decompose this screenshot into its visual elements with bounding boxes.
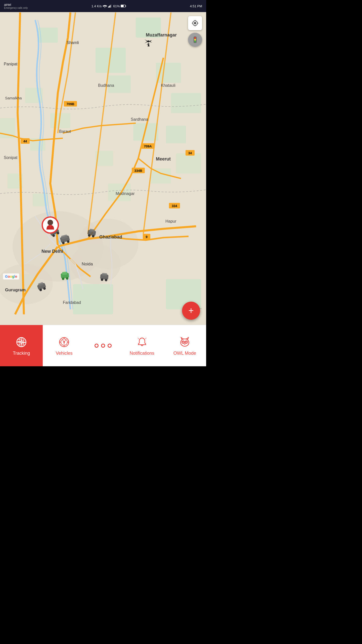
tracking-icon bbox=[15, 336, 28, 349]
svg-text:334B: 334B bbox=[134, 169, 142, 173]
svg-text:Gurugram: Gurugram bbox=[5, 288, 26, 292]
svg-text:Panipat: Panipat bbox=[4, 62, 18, 66]
svg-text:Ghaziabad: Ghaziabad bbox=[99, 234, 122, 239]
svg-rect-24 bbox=[151, 169, 171, 184]
svg-rect-15 bbox=[171, 93, 201, 113]
add-icon: + bbox=[188, 305, 194, 316]
svg-rect-2 bbox=[109, 6, 110, 8]
emergency-text: Emergency calls only bbox=[4, 7, 28, 9]
svg-point-90 bbox=[147, 41, 149, 43]
svg-text:Noida: Noida bbox=[82, 262, 93, 266]
status-bar: airtel Emergency calls only 1.4 K/s 61% … bbox=[0, 0, 206, 12]
svg-text:Khatauli: Khatauli bbox=[161, 83, 175, 88]
dot-1 bbox=[95, 344, 99, 348]
battery-icon bbox=[121, 5, 126, 8]
nav-tracking[interactable]: Tracking bbox=[0, 325, 43, 366]
svg-point-109 bbox=[186, 341, 186, 342]
dots-indicator bbox=[95, 344, 112, 348]
svg-text:334: 334 bbox=[172, 204, 177, 208]
speed-indicator: 1.4 K/s bbox=[92, 4, 102, 8]
signal-icon bbox=[108, 4, 112, 8]
svg-text:709A: 709A bbox=[144, 144, 152, 148]
svg-text:Modinagar: Modinagar bbox=[116, 191, 135, 196]
current-time: 4:51 PM bbox=[190, 4, 202, 8]
carrier-name: airtel bbox=[4, 3, 28, 7]
svg-point-92 bbox=[48, 220, 53, 225]
owl-mode-icon bbox=[178, 336, 191, 349]
svg-point-104 bbox=[182, 341, 185, 343]
svg-text:709B: 709B bbox=[66, 102, 74, 106]
svg-rect-1 bbox=[108, 7, 109, 8]
svg-text:Hapur: Hapur bbox=[165, 219, 176, 223]
nav-notifications[interactable]: Notifications bbox=[121, 325, 163, 366]
svg-rect-79 bbox=[62, 272, 67, 275]
svg-text:Faridabad: Faridabad bbox=[63, 300, 81, 305]
bottom-navigation: Tracking Vehicles bbox=[0, 325, 206, 366]
notifications-icon bbox=[135, 336, 149, 349]
svg-point-106 bbox=[185, 341, 188, 343]
tracking-label: Tracking bbox=[13, 351, 30, 356]
svg-text:Shamli: Shamli bbox=[67, 41, 79, 45]
svg-text:Meerut: Meerut bbox=[156, 156, 171, 162]
dot-3 bbox=[108, 344, 112, 348]
time-display: 4:51 PM bbox=[190, 4, 202, 8]
svg-text:44: 44 bbox=[23, 139, 27, 143]
svg-text:Samalkha: Samalkha bbox=[5, 96, 22, 100]
owl-mode-label: OWL Mode bbox=[173, 351, 196, 356]
svg-rect-22 bbox=[176, 153, 201, 174]
nav-dots[interactable] bbox=[85, 325, 120, 366]
dot-2 bbox=[101, 344, 105, 348]
nav-vehicles[interactable]: Vehicles bbox=[43, 325, 85, 366]
vehicles-icon bbox=[58, 336, 71, 349]
svg-text:Sardhana: Sardhana bbox=[131, 117, 148, 122]
svg-rect-83 bbox=[102, 273, 107, 276]
traffic-button[interactable] bbox=[188, 33, 202, 47]
svg-rect-3 bbox=[110, 5, 111, 8]
map-view[interactable]: Muzaffarnagar Shamli Panipat Budhana Kha… bbox=[0, 12, 206, 325]
svg-text:Sonipat: Sonipat bbox=[4, 155, 18, 160]
google-logo: Google bbox=[3, 273, 19, 279]
svg-rect-20 bbox=[166, 126, 186, 143]
svg-point-95 bbox=[194, 39, 196, 41]
svg-point-108 bbox=[182, 341, 183, 342]
location-icon bbox=[192, 20, 199, 27]
svg-text:34: 34 bbox=[188, 151, 192, 155]
svg-rect-4 bbox=[111, 5, 111, 8]
svg-text:Baraut: Baraut bbox=[59, 129, 71, 134]
wifi-icon bbox=[103, 4, 107, 8]
battery-percent: 61% bbox=[113, 4, 120, 8]
status-center: 1.4 K/s 61% bbox=[92, 4, 126, 8]
svg-text:New Delhi: New Delhi bbox=[41, 249, 63, 254]
vehicles-label: Vehicles bbox=[56, 351, 73, 356]
my-location-button[interactable] bbox=[188, 16, 202, 30]
traffic-icon bbox=[192, 36, 199, 43]
svg-point-96 bbox=[194, 41, 196, 43]
notifications-label: Notifications bbox=[130, 351, 154, 356]
carrier-info: airtel Emergency calls only bbox=[4, 3, 28, 9]
add-button[interactable]: + bbox=[182, 302, 200, 320]
svg-rect-27 bbox=[73, 284, 113, 314]
svg-text:Muzaffarnagar: Muzaffarnagar bbox=[146, 32, 177, 37]
svg-rect-6 bbox=[125, 6, 126, 7]
svg-rect-7 bbox=[121, 5, 124, 7]
nav-owl-mode[interactable]: OWL Mode bbox=[163, 325, 206, 366]
svg-text:Budhana: Budhana bbox=[98, 83, 114, 88]
svg-point-94 bbox=[194, 37, 196, 39]
map-background: Muzaffarnagar Shamli Panipat Budhana Kha… bbox=[0, 12, 206, 325]
svg-point-0 bbox=[105, 7, 105, 8]
svg-point-33 bbox=[70, 244, 121, 284]
svg-text:9: 9 bbox=[146, 235, 147, 239]
